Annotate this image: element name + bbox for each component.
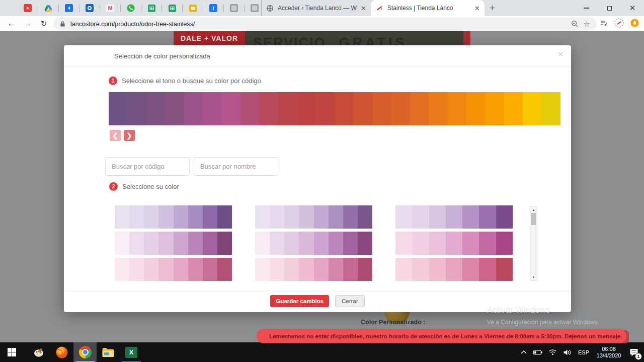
hue-block[interactable] <box>429 92 447 125</box>
color-swatch[interactable] <box>115 232 129 255</box>
color-swatch[interactable] <box>329 205 343 229</box>
playlist-extension-icon[interactable] <box>600 19 608 29</box>
save-changes-button[interactable]: Guardar cambios <box>270 295 329 307</box>
hue-block[interactable] <box>353 92 372 125</box>
color-swatch[interactable] <box>314 205 329 229</box>
color-swatch[interactable] <box>462 232 479 255</box>
hue-prev-button[interactable]: ❮ <box>110 130 121 141</box>
color-swatch[interactable] <box>329 232 343 255</box>
color-swatch[interactable] <box>158 258 173 281</box>
pinned-tab-whatsapp[interactable] <box>124 0 137 16</box>
address-bar[interactable]: lancostore.com/producto/odor-free-stainl… <box>53 18 597 30</box>
window-restore-button[interactable] <box>598 0 621 16</box>
lanco-extension-icon[interactable] <box>614 18 624 30</box>
hue-block[interactable] <box>485 92 504 125</box>
pinned-tab-google-calendar[interactable]: 4 <box>62 0 75 16</box>
color-swatch[interactable] <box>412 205 429 229</box>
action-center-button[interactable]: 1 <box>625 342 643 362</box>
color-swatch[interactable] <box>479 205 496 229</box>
taskbar-firefox[interactable] <box>50 342 73 362</box>
color-swatch[interactable] <box>144 258 158 281</box>
color-swatch[interactable] <box>395 205 412 229</box>
hue-block[interactable] <box>410 92 429 125</box>
color-swatch[interactable] <box>299 232 313 255</box>
color-swatch[interactable] <box>299 258 313 281</box>
hue-block[interactable] <box>466 92 485 125</box>
scrollbar-thumb[interactable] <box>531 213 536 225</box>
color-swatch[interactable] <box>314 232 329 255</box>
color-swatch[interactable] <box>188 232 203 255</box>
tray-chevron-icon[interactable] <box>517 342 530 362</box>
color-swatch[interactable] <box>174 258 188 281</box>
taskbar-excel[interactable]: X <box>120 342 143 362</box>
back-button[interactable]: ← <box>4 16 19 31</box>
cerrar-button[interactable]: Cerrar <box>335 295 365 307</box>
close-tab-icon[interactable]: ✕ <box>474 5 480 12</box>
color-swatch[interactable] <box>158 232 173 255</box>
color-swatch[interactable] <box>203 232 217 255</box>
color-swatch[interactable] <box>358 232 372 255</box>
hue-block[interactable] <box>542 92 560 125</box>
swatch-scrollbar[interactable]: ▲ ▼ <box>530 206 537 281</box>
color-swatch[interactable] <box>446 205 462 229</box>
color-swatch[interactable] <box>446 258 462 281</box>
pinned-tab-google-sheets-1[interactable] <box>145 0 158 16</box>
bookmark-star-icon[interactable]: ☆ <box>584 20 590 29</box>
taskbar-paint[interactable] <box>27 342 50 362</box>
color-swatch[interactable] <box>462 205 479 229</box>
hue-next-button[interactable]: ❯ <box>124 130 135 141</box>
color-swatch[interactable] <box>129 258 144 281</box>
color-swatch[interactable] <box>429 232 446 255</box>
scroll-down-icon[interactable]: ▼ <box>530 276 537 279</box>
color-swatch[interactable] <box>174 205 188 229</box>
color-swatch[interactable] <box>395 258 412 281</box>
taskbar-chrome-active[interactable] <box>73 342 97 362</box>
hue-block[interactable] <box>278 92 297 125</box>
color-swatch[interactable] <box>496 232 513 255</box>
color-swatch[interactable] <box>115 205 129 229</box>
hue-block[interactable] <box>109 92 127 125</box>
hue-block[interactable] <box>391 92 410 125</box>
color-swatch[interactable] <box>284 205 299 229</box>
color-swatch[interactable] <box>343 205 358 229</box>
color-swatch[interactable] <box>299 205 313 229</box>
tab-acceder-tienda-lanco[interactable]: Acceder ‹ Tienda Lanco — Word ✕ <box>261 0 371 16</box>
hue-block[interactable] <box>240 92 259 125</box>
pinned-tab-gmail[interactable]: M <box>104 0 117 16</box>
color-swatch[interactable] <box>174 232 188 255</box>
hue-block[interactable] <box>165 92 184 125</box>
modal-close-icon[interactable]: ✕ <box>557 50 564 58</box>
hue-block[interactable] <box>316 92 335 125</box>
color-swatch[interactable] <box>358 205 372 229</box>
color-swatch[interactable] <box>144 205 158 229</box>
tab-stainless-tienda-lanco[interactable]: Stainless | Tienda Lanco ✕ <box>371 0 485 16</box>
color-swatch[interactable] <box>255 232 270 255</box>
start-button[interactable] <box>0 342 23 362</box>
pinned-tab-outlook[interactable] <box>83 0 96 16</box>
color-swatch[interactable] <box>329 258 343 281</box>
color-swatch[interactable] <box>203 258 217 281</box>
wifi-icon[interactable] <box>545 342 559 362</box>
hue-block[interactable] <box>504 92 523 125</box>
color-swatch[interactable] <box>115 258 129 281</box>
search-name-input[interactable] <box>194 157 278 176</box>
color-swatch[interactable] <box>343 258 358 281</box>
color-swatch[interactable] <box>217 205 232 229</box>
close-tab-icon[interactable]: ✕ <box>361 5 366 12</box>
color-swatch[interactable] <box>255 258 270 281</box>
pinned-tab-notes-2[interactable] <box>248 0 261 16</box>
color-swatch[interactable] <box>270 205 284 229</box>
pinned-tab-google-slides[interactable] <box>186 0 199 16</box>
color-swatch[interactable] <box>217 258 232 281</box>
color-swatch[interactable] <box>217 232 232 255</box>
color-swatch[interactable] <box>479 232 496 255</box>
hue-block[interactable] <box>222 92 240 125</box>
pinned-tab-facebook[interactable]: f <box>207 0 220 16</box>
hue-block[interactable] <box>523 92 541 125</box>
color-swatch[interactable] <box>343 232 358 255</box>
color-swatch[interactable] <box>255 205 270 229</box>
taskbar-clock[interactable]: 06:08 13/4/2020 <box>593 346 625 359</box>
color-swatch[interactable] <box>395 232 412 255</box>
color-swatch[interactable] <box>203 205 217 229</box>
color-swatch[interactable] <box>412 232 429 255</box>
